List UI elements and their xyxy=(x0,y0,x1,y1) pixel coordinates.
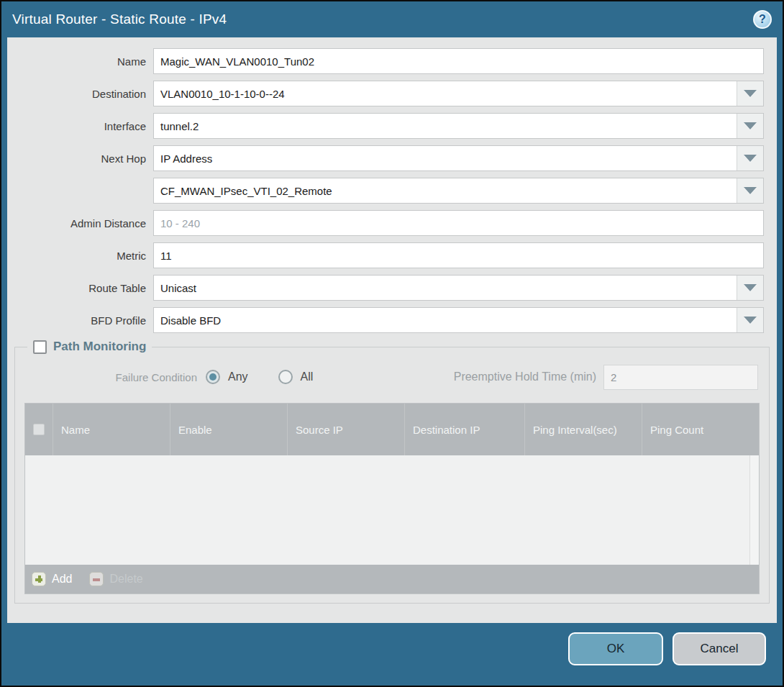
next-hop-address-dropdown-button[interactable] xyxy=(737,178,763,203)
preemptive-hold-time-group: Preemptive Hold Time (min) xyxy=(454,365,758,390)
admin-distance-input[interactable] xyxy=(153,210,764,236)
ok-button[interactable]: OK xyxy=(568,632,663,665)
static-route-dialog: Virtual Router - Static Route - IPv4 ? N… xyxy=(1,1,783,686)
help-icon[interactable]: ? xyxy=(753,10,772,29)
interface-label: Interface xyxy=(7,120,146,132)
bfd-profile-label: BFD Profile xyxy=(7,314,146,327)
path-monitoring-section: Path Monitoring Failure Condition Any Al… xyxy=(14,340,770,604)
dialog-footer: OK Cancel xyxy=(1,623,783,686)
title-bar: Virtual Router - Static Route - IPv4 ? xyxy=(1,1,783,37)
interface-row: Interface tunnel.2 xyxy=(7,113,764,139)
interface-value[interactable]: tunnel.2 xyxy=(154,114,737,138)
radio-any-label: Any xyxy=(228,370,248,383)
table-header: Name Enable Source IP Destination IP Pin… xyxy=(25,404,759,455)
name-row: Name xyxy=(7,48,764,74)
name-label: Name xyxy=(7,55,146,68)
column-header-ping-count[interactable]: Ping Count xyxy=(642,404,759,455)
delete-button-label: Delete xyxy=(109,573,142,586)
screen: Virtual Router - Static Route - IPv4 ? N… xyxy=(0,0,784,687)
path-monitoring-title: Path Monitoring xyxy=(53,340,146,354)
route-table-row: Route Table Unicast xyxy=(7,275,764,301)
chevron-down-icon xyxy=(744,122,757,129)
radio-any-icon[interactable] xyxy=(206,370,220,384)
chevron-down-icon xyxy=(744,155,757,162)
destination-dropdown-button[interactable] xyxy=(737,81,763,106)
next-hop-type-value[interactable]: IP Address xyxy=(154,146,737,170)
admin-distance-row: Admin Distance xyxy=(7,210,764,236)
dialog-body: Name Destination VLAN0010_10-1-10-0--24 … xyxy=(7,37,777,623)
next-hop-label: Next Hop xyxy=(7,153,146,165)
column-header-enable[interactable]: Enable xyxy=(170,404,288,455)
select-all-checkbox[interactable] xyxy=(33,424,45,435)
failure-condition-row: Failure Condition Any All Preemptive Hol… xyxy=(24,364,758,390)
table-scrollbar-track[interactable] xyxy=(749,455,759,565)
next-hop-row: Next Hop IP Address xyxy=(7,145,764,171)
column-header-ping-interval[interactable]: Ping Interval(sec) xyxy=(525,404,642,455)
chevron-down-icon xyxy=(744,317,757,324)
chevron-down-icon xyxy=(744,187,757,194)
interface-dropdown-button[interactable] xyxy=(737,114,763,138)
admin-distance-label: Admin Distance xyxy=(7,217,146,229)
next-hop-address-select[interactable]: CF_MWAN_IPsec_VTI_02_Remote xyxy=(153,178,764,204)
dialog-title: Virtual Router - Static Route - IPv4 xyxy=(12,12,227,27)
next-hop-type-select[interactable]: IP Address xyxy=(153,145,764,171)
path-monitoring-legend: Path Monitoring xyxy=(27,340,152,354)
bfd-profile-select[interactable]: Disable BFD xyxy=(153,307,764,333)
next-hop-address-row: CF_MWAN_IPsec_VTI_02_Remote xyxy=(7,178,764,204)
metric-row: Metric xyxy=(7,242,764,268)
plus-icon xyxy=(32,572,46,586)
add-button[interactable]: Add xyxy=(32,572,72,586)
route-table-dropdown-button[interactable] xyxy=(737,276,763,300)
radio-all-label: All xyxy=(301,370,314,383)
path-monitoring-table: Name Enable Source IP Destination IP Pin… xyxy=(24,403,760,594)
preemptive-hold-time-label: Preemptive Hold Time (min) xyxy=(454,370,596,383)
failure-condition-all-option[interactable]: All xyxy=(278,370,314,384)
chevron-down-icon xyxy=(744,284,757,291)
table-footer: Add Delete xyxy=(25,565,759,593)
metric-label: Metric xyxy=(7,250,146,262)
path-monitoring-checkbox[interactable] xyxy=(33,340,47,354)
radio-all-icon[interactable] xyxy=(278,370,293,384)
route-table-value[interactable]: Unicast xyxy=(154,276,737,300)
bfd-profile-dropdown-button[interactable] xyxy=(737,308,763,332)
metric-input[interactable] xyxy=(153,242,764,268)
destination-row: Destination VLAN0010_10-1-10-0--24 xyxy=(7,81,764,106)
failure-condition-any-option[interactable]: Any xyxy=(206,370,248,384)
table-body-empty xyxy=(25,455,759,565)
next-hop-type-dropdown-button[interactable] xyxy=(737,146,763,170)
name-input[interactable] xyxy=(153,48,764,74)
next-hop-address-value[interactable]: CF_MWAN_IPsec_VTI_02_Remote xyxy=(154,178,737,203)
destination-value[interactable]: VLAN0010_10-1-10-0--24 xyxy=(154,81,737,106)
bfd-profile-row: BFD Profile Disable BFD xyxy=(7,307,764,333)
column-header-name[interactable]: Name xyxy=(53,404,170,455)
failure-condition-label: Failure Condition xyxy=(24,371,197,383)
column-header-destination-ip[interactable]: Destination IP xyxy=(405,404,525,455)
destination-label: Destination xyxy=(7,88,146,100)
column-header-source-ip[interactable]: Source IP xyxy=(288,404,405,455)
delete-button[interactable]: Delete xyxy=(89,572,142,586)
preemptive-hold-time-input[interactable] xyxy=(603,365,758,390)
select-all-cell xyxy=(25,404,53,455)
chevron-down-icon xyxy=(744,90,757,97)
add-button-label: Add xyxy=(52,573,72,586)
cancel-button[interactable]: Cancel xyxy=(673,632,766,665)
route-table-label: Route Table xyxy=(7,282,146,294)
destination-select[interactable]: VLAN0010_10-1-10-0--24 xyxy=(153,81,764,106)
interface-select[interactable]: tunnel.2 xyxy=(153,113,764,139)
route-table-select[interactable]: Unicast xyxy=(153,275,764,301)
bfd-profile-value[interactable]: Disable BFD xyxy=(154,308,737,332)
minus-icon xyxy=(89,572,104,586)
